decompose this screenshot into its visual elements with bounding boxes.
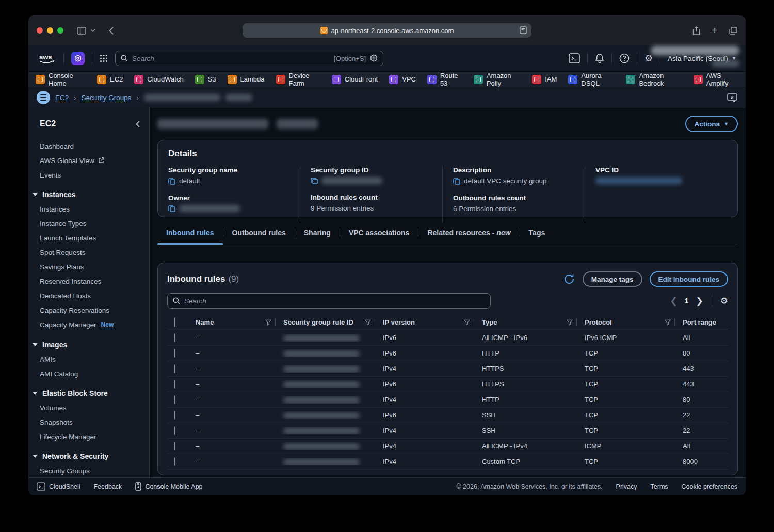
- column-header-protocol[interactable]: Protocol: [577, 315, 675, 330]
- url-bar[interactable]: ap-northeast-2.console.aws.amazon.com: [243, 23, 531, 38]
- side-panel-icon[interactable]: [727, 93, 737, 102]
- breadcrumb-security-groups-link[interactable]: Security Groups: [82, 94, 132, 102]
- rules-search-input[interactable]: [184, 297, 485, 305]
- sidebar-item-lifecycle-manager[interactable]: Lifecycle Manager: [40, 429, 149, 444]
- close-window-button[interactable]: [37, 27, 43, 34]
- page-next-icon[interactable]: ❯: [696, 296, 703, 307]
- favorite-aurora-dsql[interactable]: Aurora DSQL: [568, 72, 615, 87]
- sidebar-item-dedicated-hosts[interactable]: Dedicated Hosts: [40, 288, 149, 303]
- sidebar-collapse-icon[interactable]: [136, 121, 140, 127]
- favorite-device-farm[interactable]: Device Farm: [276, 72, 320, 87]
- rules-search[interactable]: [167, 293, 491, 309]
- page-number[interactable]: 1: [685, 297, 689, 305]
- copy-icon[interactable]: [168, 178, 175, 185]
- column-header-name[interactable]: Name: [188, 315, 276, 330]
- refresh-button[interactable]: [563, 273, 575, 285]
- favorite-iam[interactable]: IAM: [532, 75, 557, 84]
- row-checkbox[interactable]: [174, 457, 175, 466]
- favorite-cloudfront[interactable]: CloudFront: [332, 75, 378, 84]
- tab-sharing[interactable]: Sharing: [295, 221, 340, 244]
- menu-icon[interactable]: [37, 91, 50, 104]
- footer-cloudshell[interactable]: CloudShell: [37, 482, 80, 491]
- favorite-amazon-polly[interactable]: Amazon Polly: [474, 72, 521, 87]
- back-button[interactable]: [109, 27, 114, 35]
- filter-funnel-icon[interactable]: [265, 319, 271, 326]
- sidebar-item-amis[interactable]: AMIs: [40, 352, 149, 366]
- tab-vpc-associations[interactable]: VPC associations: [340, 221, 418, 244]
- row-checkbox[interactable]: [174, 442, 175, 450]
- favorite-route-53[interactable]: Route 53: [427, 72, 462, 87]
- share-icon[interactable]: [692, 26, 700, 35]
- privacy-link[interactable]: Privacy: [616, 483, 637, 490]
- terms-link[interactable]: Terms: [651, 483, 668, 490]
- row-checkbox[interactable]: [174, 333, 175, 342]
- favorite-console-home[interactable]: Console Home: [36, 72, 86, 87]
- zoom-window-button[interactable]: [57, 27, 63, 34]
- filter-funnel-icon[interactable]: [365, 319, 371, 326]
- aws-logo[interactable]: aws: [38, 52, 56, 65]
- tab-tags[interactable]: Tags: [520, 221, 554, 244]
- services-grid-icon[interactable]: [100, 54, 108, 62]
- edit-inbound-rules-button[interactable]: Edit inbound rules: [650, 271, 729, 287]
- favorite-cloudwatch[interactable]: CloudWatch: [134, 75, 183, 84]
- sidebar-item-spot-requests[interactable]: Spot Requests: [40, 245, 149, 260]
- sidebar-item-instances[interactable]: Instances: [40, 202, 149, 216]
- filter-funnel-icon[interactable]: [464, 319, 470, 326]
- column-header-security-group-rule-id[interactable]: Security group rule ID: [276, 315, 375, 330]
- sidebar-item-instance-types[interactable]: Instance Types: [40, 216, 149, 231]
- row-checkbox[interactable]: [174, 395, 175, 404]
- sidebar-section-images[interactable]: Images: [33, 341, 149, 349]
- sidebar-item-launch-templates[interactable]: Launch Templates: [40, 231, 149, 245]
- favorite-aws-amplify[interactable]: AWS Amplify: [694, 72, 738, 87]
- settings-gear-icon[interactable]: ⚙: [644, 53, 653, 64]
- actions-button[interactable]: Actions ▼: [685, 116, 738, 132]
- sidebar-item-reserved-instances[interactable]: Reserved Instances: [40, 274, 149, 288]
- footer-feedback[interactable]: Feedback: [93, 483, 122, 490]
- breadcrumb-ec2-link[interactable]: EC2: [55, 94, 69, 102]
- manage-tags-button[interactable]: Manage tags: [583, 271, 642, 287]
- copy-icon[interactable]: [311, 177, 318, 184]
- row-checkbox[interactable]: [174, 380, 175, 389]
- sidebar-toggle-icon[interactable]: [77, 27, 86, 35]
- select-all-checkbox[interactable]: [174, 317, 175, 327]
- tab-outbound-rules[interactable]: Outbound rules: [223, 221, 295, 244]
- notifications-bell-icon[interactable]: [595, 53, 604, 63]
- sidebar-section-network-security[interactable]: Network & Security: [33, 452, 149, 460]
- sidebar-item-capacity-reservations[interactable]: Capacity Reservations: [40, 303, 149, 317]
- amazon-q-icon[interactable]: [71, 52, 85, 65]
- table-settings-gear-icon[interactable]: ⚙: [720, 296, 728, 307]
- help-icon[interactable]: [619, 53, 630, 63]
- footer-mobile-app[interactable]: Console Mobile App: [135, 482, 202, 491]
- row-checkbox[interactable]: [174, 426, 175, 435]
- tab-inbound-rules[interactable]: Inbound rules: [157, 221, 223, 244]
- column-header-port-range[interactable]: Port range: [675, 315, 728, 330]
- sidebar-item-aws-global-view[interactable]: AWS Global View: [40, 153, 149, 168]
- tab-overview-icon[interactable]: [729, 27, 737, 35]
- sidebar-section-elastic-block-store[interactable]: Elastic Block Store: [33, 389, 149, 397]
- favorite-ec2[interactable]: EC2: [97, 75, 123, 84]
- copy-icon[interactable]: [453, 178, 460, 185]
- chevron-down-icon[interactable]: [90, 29, 95, 32]
- sidebar-item-capacity-manager[interactable]: Capacity ManagerNew: [40, 317, 149, 332]
- new-tab-icon[interactable]: +: [712, 27, 718, 34]
- favorite-s3[interactable]: S3: [195, 75, 216, 84]
- row-checkbox[interactable]: [174, 411, 175, 420]
- favorite-vpc[interactable]: VPC: [389, 75, 416, 84]
- row-checkbox[interactable]: [174, 349, 175, 358]
- filter-funnel-icon[interactable]: [567, 319, 573, 326]
- cloudshell-icon[interactable]: [569, 53, 580, 63]
- sidebar-item-dashboard[interactable]: Dashboard: [40, 139, 149, 153]
- favorite-lambda[interactable]: Lambda: [228, 75, 265, 84]
- row-checkbox[interactable]: [174, 364, 175, 373]
- sidebar-item-volumes[interactable]: Volumes: [40, 400, 149, 415]
- global-search[interactable]: [Option+S]: [115, 51, 383, 66]
- sidebar-item-security-groups[interactable]: Security Groups: [40, 463, 149, 477]
- page-previous-icon[interactable]: ❮: [670, 296, 677, 307]
- sidebar-item-savings-plans[interactable]: Savings Plans: [40, 260, 149, 274]
- column-header-ip-version[interactable]: IP version: [375, 315, 474, 330]
- global-search-input[interactable]: [132, 55, 330, 62]
- column-header-type[interactable]: Type: [474, 315, 577, 330]
- reader-mode-icon[interactable]: [520, 26, 527, 34]
- tab-related-resources-new[interactable]: Related resources - new: [418, 221, 519, 244]
- favorite-amazon-bedrock[interactable]: Amazon Bedrock: [626, 72, 682, 87]
